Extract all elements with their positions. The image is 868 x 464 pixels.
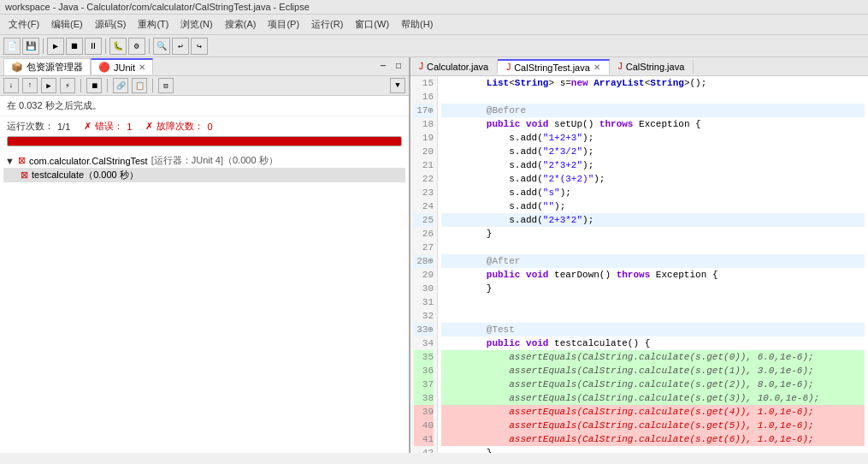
toolbar-btn-9[interactable]: ↩: [172, 38, 189, 55]
code-line-32: [441, 309, 865, 323]
toolbar-btn-7[interactable]: ⚙: [128, 38, 145, 55]
linenum-31: 31: [414, 295, 434, 309]
toolbar-btn-1[interactable]: 📄: [3, 38, 21, 55]
code-line-22: s.add("2*(3+2)");: [441, 172, 865, 186]
failures-label: 故障次数：: [156, 120, 204, 133]
junit-stop[interactable]: ⏹: [86, 78, 102, 93]
line-numbers: 15 16 17⊕ 18 19 20 21 22 23 24 25 26 27 …: [410, 76, 438, 453]
maximize-btn[interactable]: □: [392, 60, 405, 74]
linenum-21: 21: [414, 158, 434, 172]
junit-prev-failure[interactable]: ↑: [22, 78, 38, 93]
junit-sep-1: [80, 79, 81, 92]
linenum-37: 37: [414, 378, 434, 391]
junit-sep-2: [107, 79, 108, 92]
junit-rerun[interactable]: ▶: [41, 78, 56, 93]
menu-item-n[interactable]: 浏览(N): [175, 16, 217, 33]
toolbar-btn-3[interactable]: ▶: [47, 38, 64, 55]
code-line-29: public void tearDown() throws Exception …: [441, 268, 865, 282]
junit-stack[interactable]: 📋: [132, 78, 147, 93]
calstringtest-tab-close[interactable]: ✕: [593, 62, 600, 72]
code-editor[interactable]: 15 16 17⊕ 18 19 20 21 22 23 24 25 26 27 …: [410, 76, 868, 453]
tree-test[interactable]: ⊠ testcalculate（0.000 秒）: [3, 168, 405, 182]
junit-link[interactable]: 🔗: [113, 78, 128, 93]
errors-icon: ✗: [84, 121, 92, 132]
tab-calstring-java[interactable]: J CalString.java: [610, 60, 694, 74]
panel-tab-bar: 📦 包资源管理器 🔴 JUnit ✕ ─ □: [0, 57, 409, 76]
progress-bar-fill: [8, 137, 401, 146]
toolbar-btn-10[interactable]: ↪: [191, 38, 208, 55]
toolbar-btn-5[interactable]: ⏸: [85, 38, 102, 55]
minimize-btn[interactable]: ─: [376, 60, 390, 74]
runs-label: 运行次数：: [7, 120, 54, 133]
calstringtest-icon: J: [506, 62, 511, 72]
linenum-27: 27: [414, 241, 434, 254]
progress-bar: [7, 136, 402, 146]
toolbar-sep-1: [43, 39, 44, 54]
menu-item-p[interactable]: 项目(P): [263, 16, 304, 33]
toolbar-btn-2[interactable]: 💾: [22, 38, 39, 55]
linenum-22: 22: [414, 172, 434, 186]
menu-item-f[interactable]: 文件(F): [3, 16, 44, 33]
toolbar-sep-2: [105, 39, 106, 54]
toolbar-btn-6[interactable]: 🐛: [109, 38, 127, 55]
menu-item-s[interactable]: 源码(S): [90, 16, 132, 33]
linenum-40: 40: [414, 419, 434, 432]
tab-junit[interactable]: 🔴 JUnit ✕: [91, 58, 153, 74]
linenum-20: 20: [414, 145, 434, 158]
linenum-36: 36: [414, 364, 434, 378]
linenum-15: 15: [414, 76, 434, 90]
linenum-16: 16: [414, 90, 434, 104]
linenum-32: 32: [414, 309, 434, 323]
junit-filter[interactable]: ⊟: [158, 78, 174, 93]
calstring-icon: J: [618, 62, 623, 71]
junit-next-failure[interactable]: ↓: [3, 78, 19, 93]
junit-tab-close[interactable]: ✕: [139, 62, 145, 72]
right-panel: J Calculator.java J CalStringTest.java ✕…: [410, 57, 868, 453]
linenum-33: 33⊕: [414, 323, 434, 336]
menu-item-e[interactable]: 编辑(E): [46, 16, 88, 33]
junit-rerun-failed[interactable]: ⚡: [60, 78, 75, 93]
code-line-41: assertEquals(CalString.calculate(s.get(6…: [441, 432, 865, 446]
tab-calstringtest-java[interactable]: J CalStringTest.java ✕: [498, 59, 610, 74]
code-line-42: }: [441, 446, 865, 453]
code-line-27: [441, 241, 865, 254]
code-line-28: @After: [441, 254, 865, 268]
main-layout: 📦 包资源管理器 🔴 JUnit ✕ ─ □ ↓ ↑ ▶ ⚡ ⏹ 🔗 📋: [0, 57, 868, 453]
junit-status: 在 0.032 秒之后完成。: [0, 96, 409, 116]
linenum-41: 41: [414, 432, 434, 446]
tab-calculator-java[interactable]: J Calculator.java: [410, 60, 498, 74]
junit-icon: 🔴: [98, 62, 110, 73]
suite-label: com.calculator.CalStringTest: [29, 156, 148, 166]
tab-junit-label: JUnit: [114, 62, 135, 73]
junit-toolbar-right: ▼: [390, 78, 405, 93]
package-icon: 📦: [11, 62, 23, 73]
tree-expand-icon[interactable]: ▼: [5, 156, 15, 166]
stat-failures: ✗ 故障次数： 0: [145, 120, 212, 133]
code-line-23: s.add("s");: [441, 186, 865, 199]
menu-item-w[interactable]: 窗口(W): [350, 16, 394, 33]
menu-item-r[interactable]: 运行(R): [306, 16, 348, 33]
code-line-25: s.add("2+3*2");: [441, 213, 865, 227]
code-line-40: assertEquals(CalString.calculate(s.get(5…: [441, 419, 865, 432]
code-line-36: assertEquals(CalString.calculate(s.get(1…: [441, 364, 865, 378]
linenum-24: 24: [414, 199, 434, 213]
test-tree[interactable]: ▼ ⊠ com.calculator.CalStringTest [运行器：JU…: [0, 150, 409, 453]
failures-icon: ✗: [145, 121, 153, 132]
linenum-25: 25: [414, 213, 434, 227]
toolbar-btn-4[interactable]: ⏹: [66, 38, 83, 55]
linenum-19: 19: [414, 131, 434, 145]
code-line-37: assertEquals(CalString.calculate(s.get(2…: [441, 378, 865, 391]
tree-suite[interactable]: ▼ ⊠ com.calculator.CalStringTest [运行器：JU…: [3, 153, 405, 168]
menu-item-h[interactable]: 帮助(H): [396, 16, 438, 33]
tab-package-explorer[interactable]: 📦 包资源管理器: [3, 58, 91, 75]
errors-label: 错误：: [95, 120, 123, 133]
test-error-icon: ⊠: [21, 170, 28, 181]
tab-calculator-label: Calculator.java: [427, 62, 488, 72]
menu-item-a[interactable]: 搜索(A): [220, 16, 262, 33]
menu-item-t[interactable]: 重构(T): [133, 16, 174, 33]
junit-view-menu[interactable]: ▼: [390, 78, 405, 93]
progress-area: 运行次数： 1/1 ✗ 错误： 1 ✗ 故障次数： 0: [0, 116, 409, 150]
toolbar-btn-8[interactable]: 🔍: [153, 38, 170, 55]
code-line-35: assertEquals(CalString.calculate(s.get(0…: [441, 350, 865, 364]
junit-sep-3: [152, 79, 153, 92]
